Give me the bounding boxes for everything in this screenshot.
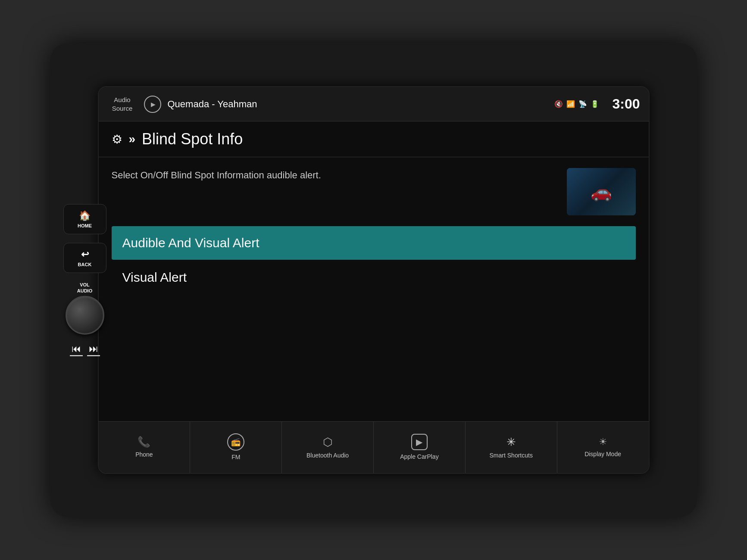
back-icon: ↩ xyxy=(81,249,89,260)
prev-track-button[interactable]: ⏮ xyxy=(70,343,83,356)
nav-bluetooth-audio[interactable]: ⬡ Bluetooth Audio xyxy=(282,422,374,473)
home-label: HOME xyxy=(78,223,92,228)
phone-icon: 📞 xyxy=(138,436,150,448)
option-visual-alert-label: Visual Alert xyxy=(122,270,187,284)
next-track-button[interactable]: ⏭ xyxy=(87,343,100,356)
home-icon: 🏠 xyxy=(79,210,91,221)
clock: 3:00 xyxy=(612,96,640,112)
description-text: Select On/Off Blind Spot Information aud… xyxy=(112,168,558,182)
option-visual-alert[interactable]: Visual Alert xyxy=(112,261,636,294)
track-title: Quemada - Yeahman xyxy=(168,99,555,110)
volume-knob[interactable] xyxy=(66,296,104,334)
nav-fm[interactable]: 📻 FM xyxy=(190,422,282,473)
bluetooth-audio-label: Bluetooth Audio xyxy=(306,451,349,459)
display-mode-label: Display Mode xyxy=(584,450,621,458)
section-title: Blind Spot Info xyxy=(142,130,243,148)
smart-shortcuts-icon: ✳ xyxy=(506,436,516,449)
audio-source-label: Audio Source xyxy=(107,96,138,112)
header-bar: Audio Source Quemada - Yeahman 🔇 📶 📡 🔋 3… xyxy=(99,87,649,121)
option-audible-visual[interactable]: Audible And Visual Alert xyxy=(112,226,636,260)
settings-gear-icon: ⚙ xyxy=(112,132,122,146)
nav-apple-carplay[interactable]: ▶ Apple CarPlay xyxy=(374,422,466,473)
option-audible-visual-label: Audible And Visual Alert xyxy=(122,236,259,250)
signal-icon: 📡 xyxy=(578,100,587,108)
fm-icon: 📻 xyxy=(227,433,244,451)
fm-label: FM xyxy=(231,453,240,461)
carplay-icon: ▶ xyxy=(411,434,428,450)
home-button[interactable]: 🏠 HOME xyxy=(63,204,106,234)
mute-icon: 🔇 xyxy=(554,100,563,108)
play-button[interactable] xyxy=(144,96,161,113)
description-area: Select On/Off Blind Spot Information aud… xyxy=(99,157,649,226)
section-header: ⚙ » Blind Spot Info xyxy=(99,121,649,157)
display-mode-icon: ☀ xyxy=(599,436,607,448)
smart-shortcuts-label: Smart Shortcuts xyxy=(490,451,533,459)
prev-track-icon: ⏮ xyxy=(72,343,81,354)
main-content: ⚙ » Blind Spot Info Select On/Off Blind … xyxy=(99,121,649,421)
options-list: Audible And Visual Alert Visual Alert xyxy=(99,226,649,294)
next-track-icon: ⏭ xyxy=(89,343,98,354)
track-buttons: ⏮ ⏭ xyxy=(70,343,100,356)
prev-line xyxy=(70,355,83,356)
forward-arrows-icon: » xyxy=(129,132,136,146)
back-button[interactable]: ↩ BACK xyxy=(63,243,106,273)
bluetooth-icon: ⬡ xyxy=(323,436,333,449)
back-label: BACK xyxy=(78,262,92,267)
blind-spot-preview-image xyxy=(567,168,636,215)
nav-phone[interactable]: 📞 Phone xyxy=(99,422,191,473)
main-screen: Audio Source Quemada - Yeahman 🔇 📶 📡 🔋 3… xyxy=(98,86,650,474)
nav-display-mode[interactable]: ☀ Display Mode xyxy=(557,422,649,473)
carplay-label: Apple CarPlay xyxy=(400,453,439,460)
left-controls: 🏠 HOME ↩ BACK VOL AUDIO ⏮ ⏭ xyxy=(63,204,106,356)
car-frame: 🏠 HOME ↩ BACK VOL AUDIO ⏮ ⏭ xyxy=(50,43,697,517)
wifi-icon: 📶 xyxy=(566,100,575,108)
vol-label: VOL AUDIO xyxy=(77,282,92,294)
bottom-nav: 📞 Phone 📻 FM ⬡ Bluetooth Audio ▶ Apple C… xyxy=(99,421,649,473)
status-icons: 🔇 📶 📡 🔋 xyxy=(554,100,599,108)
phone-label: Phone xyxy=(135,451,153,458)
nav-smart-shortcuts[interactable]: ✳ Smart Shortcuts xyxy=(466,422,557,473)
next-line xyxy=(87,355,100,356)
vol-audio-control: VOL AUDIO xyxy=(66,282,104,335)
battery-icon: 🔋 xyxy=(591,100,599,108)
